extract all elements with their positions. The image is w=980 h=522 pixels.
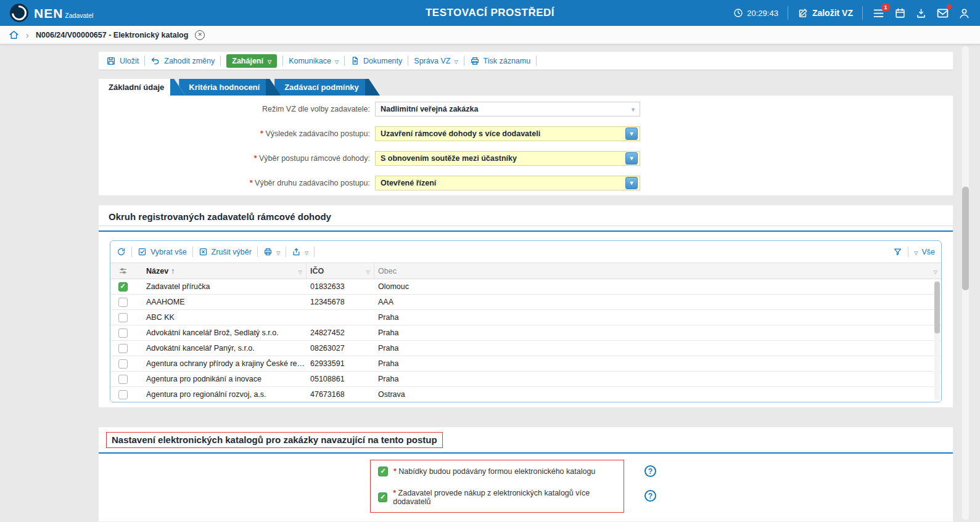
table-row[interactable]: Agentura ochrany přírody a krajiny České… [110, 356, 941, 372]
refresh-icon [117, 247, 126, 256]
grid-toolbar: Vybrat vše Zrušit výběr [110, 241, 941, 263]
row-checkbox[interactable] [118, 375, 128, 384]
table-row[interactable]: Advokátní kancelář Brož, Sedlatý s.r.o. … [110, 325, 941, 341]
row-checkbox[interactable] [118, 313, 128, 322]
messages-button[interactable] [936, 7, 949, 20]
view-all-dropdown[interactable]: Vše [914, 248, 935, 256]
column-header-nazev[interactable]: Název [135, 263, 307, 279]
grid-scrollbar-thumb[interactable] [934, 282, 940, 333]
vysledek-postupu-select[interactable]: Uzavření rámcové dohody s více dodavatel… [375, 126, 640, 141]
start-dropdown-button[interactable]: Zahájení [226, 54, 277, 68]
column-header-obec[interactable]: Obec [374, 263, 941, 279]
divider [536, 55, 537, 66]
divider [99, 226, 953, 226]
nen-brand[interactable]: NEN Zadavatel [10, 4, 93, 22]
column-settings-icon [118, 266, 128, 275]
authorities-grid: Vybrat vše Zrušit výběr [110, 240, 942, 402]
column-header-ico[interactable]: IČO [307, 263, 374, 279]
print-grid-dropdown[interactable] [263, 247, 280, 256]
divider [344, 55, 345, 66]
column-settings-button[interactable] [110, 263, 135, 279]
user-button[interactable] [958, 7, 970, 19]
export-dropdown[interactable] [292, 247, 308, 256]
table-row[interactable]: Zadavatel příručka 01832633 Olomouc [110, 279, 941, 295]
table-row[interactable]: Agentura pro podnikání a inovace 0510886… [110, 372, 941, 387]
cell-nazev: Advokátní kancelář Brož, Sedlatý s.r.o. [135, 328, 307, 337]
catalog-checkbox[interactable] [378, 467, 388, 476]
cell-ico: 12345678 [307, 298, 374, 306]
dropdown-button-icon[interactable] [625, 177, 638, 189]
menu-button[interactable]: 1 [872, 7, 885, 20]
checkbox-checked-icon [138, 247, 147, 256]
printer-icon [263, 247, 273, 256]
checkbox-label: Nabídky budou podávány formou elektronic… [393, 467, 595, 476]
dropdown-caret-icon [276, 248, 280, 256]
tab-kriteria-hodnoceni[interactable]: Kritéria hodnocení [179, 79, 281, 96]
row-checkbox[interactable] [118, 328, 128, 338]
documents-button[interactable]: Dokumenty [350, 56, 402, 65]
sort-ascending-icon [168, 267, 175, 275]
page-scrollbar-thumb[interactable] [962, 187, 969, 290]
create-vz-button[interactable]: Založit VZ [797, 8, 853, 18]
close-record-icon[interactable] [195, 30, 205, 40]
grid-scrollbar[interactable] [934, 280, 940, 400]
home-button[interactable] [9, 30, 19, 40]
calendar-button[interactable] [894, 7, 906, 19]
dropdown-button-icon[interactable] [625, 152, 638, 165]
table-row[interactable]: AAAHOME 12345678 AAA [110, 295, 941, 310]
page-scrollbar[interactable] [962, 46, 969, 520]
filter-button[interactable] [893, 247, 902, 256]
rezim-vz-select[interactable]: Nadlimitní veřejná zakázka [375, 102, 640, 116]
brand-name: NEN [34, 7, 63, 20]
row-checkbox[interactable] [118, 344, 128, 353]
help-icon[interactable] [644, 465, 656, 477]
row-checkbox[interactable] [118, 298, 128, 307]
row-checkbox[interactable] [118, 390, 128, 399]
manage-vz-dropdown[interactable]: Správa VZ [414, 57, 458, 65]
cell-nazev: Agentura ochrany přírody a krajiny České… [135, 359, 307, 368]
row-checkbox[interactable] [118, 282, 128, 292]
refresh-button[interactable] [117, 247, 126, 256]
registered-authorities-section: Okruh registrovaných zadavatelů rámcové … [99, 205, 953, 407]
row-checkbox[interactable] [118, 359, 128, 369]
save-button[interactable]: Uložit [106, 56, 139, 66]
column-filter-caret-icon[interactable] [366, 267, 370, 275]
catalog-checkbox[interactable] [378, 492, 387, 502]
divider [282, 55, 283, 66]
discard-changes-button[interactable]: Zahodit změny [150, 56, 215, 66]
table-row[interactable]: Advokátní kancelář Panýr, s.r.o. 0826302… [110, 341, 941, 356]
table-row[interactable]: ABC KK Praha [110, 310, 941, 325]
select-all-button[interactable]: Vybrat vše [138, 247, 187, 256]
cell-nazev: AAAHOME [135, 298, 307, 306]
postup-ramcove-dohody-select[interactable]: S obnovením soutěže mezi účastníky [375, 151, 640, 166]
catalog-option[interactable]: Zadavatel provede nákup z elektronických… [378, 489, 616, 506]
column-filter-caret-icon[interactable] [299, 267, 302, 275]
cell-ico: 05108861 [307, 375, 374, 383]
tab-zakladni-udaje[interactable]: Základní údaje [99, 79, 185, 96]
form-row: Výběr postupu rámcové dohody: S obnovení… [99, 146, 953, 171]
help-icon[interactable] [644, 490, 656, 502]
person-icon [958, 7, 970, 19]
tab-zadavaci-podminky[interactable]: Zadávací podmínky [274, 79, 380, 96]
clear-selection-button[interactable]: Zrušit výběr [199, 247, 252, 256]
funnel-icon [893, 247, 902, 256]
divider [464, 55, 464, 66]
clock-icon [733, 8, 743, 18]
download-button[interactable] [915, 7, 927, 19]
column-filter-caret-icon[interactable] [934, 267, 937, 275]
field-label: Režim VZ dle volby zadavatele: [99, 105, 370, 113]
print-record-button[interactable]: Tisk záznamu [470, 56, 531, 66]
cell-ico: 62933591 [307, 359, 374, 368]
breadcrumb: N006/24/V00000657 - Elektronický katalog [0, 26, 980, 44]
catalog-option[interactable]: Nabídky budou podávány formou elektronic… [378, 467, 616, 476]
dropdown-button-icon[interactable] [625, 128, 638, 140]
table-row[interactable]: Agentura pro regionální rozvoj, a.s. 476… [110, 387, 941, 402]
divider [408, 55, 408, 66]
communication-dropdown[interactable]: Komunikace [289, 57, 339, 65]
cell-ico: 08263027 [307, 344, 374, 353]
catalog-checkbox-group: Nabídky budou podávány formou elektronic… [370, 460, 624, 513]
druh-postupu-select[interactable]: Otevřené řízení [375, 176, 640, 190]
breadcrumb-item[interactable]: N006/24/V00000657 - Elektronický katalog [36, 31, 188, 39]
home-icon [9, 30, 19, 40]
form-row: Výsledek zadávacího postupu: Uzavření rá… [99, 121, 953, 146]
